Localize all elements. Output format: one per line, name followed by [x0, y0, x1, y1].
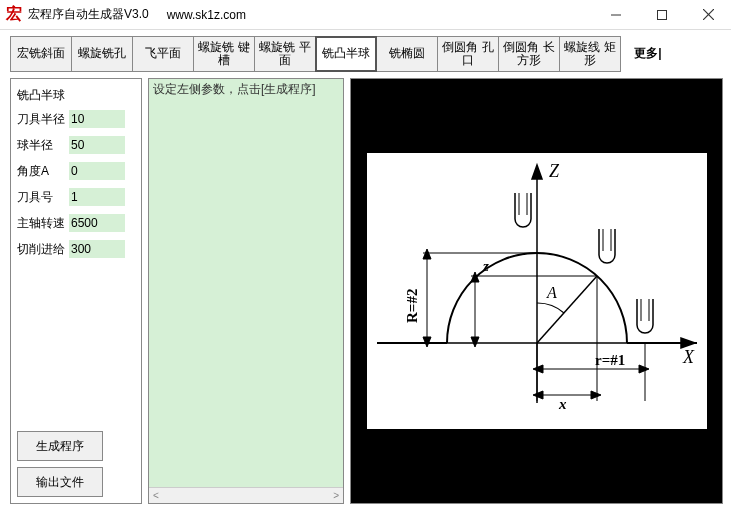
- window-url: www.sk1z.com: [167, 8, 246, 22]
- tab-luoxuanxikong[interactable]: 螺旋铣孔: [71, 36, 133, 72]
- app-icon: 宏: [0, 4, 28, 25]
- label-sphere-radius: 球半径: [17, 137, 69, 154]
- r-small-label: r=#1: [595, 352, 625, 368]
- close-button[interactable]: [685, 0, 731, 30]
- r-big-label: R=#2: [404, 289, 420, 323]
- code-panel: 设定左侧参数，点击[生成程序] < >: [148, 78, 344, 504]
- generate-button[interactable]: 生成程序: [17, 431, 103, 461]
- input-tool-number[interactable]: [69, 188, 125, 206]
- scroll-right-icon[interactable]: >: [329, 490, 343, 501]
- input-angle-a[interactable]: [69, 162, 125, 180]
- label-tool-number: 刀具号: [17, 189, 69, 206]
- diagram-panel: Z X A: [350, 78, 723, 504]
- input-spindle-speed[interactable]: [69, 214, 125, 232]
- maximize-button[interactable]: [639, 0, 685, 30]
- angle-a-label: A: [546, 284, 557, 301]
- parameter-panel: 铣凸半球 刀具半径 球半径 角度A 刀具号 主轴转速 切削进给 生成程序 输出文…: [10, 78, 142, 504]
- code-editor[interactable]: 设定左侧参数，点击[生成程序]: [149, 79, 343, 487]
- toolbar: 宏铣斜面 螺旋铣孔 飞平面 螺旋铣 键槽 螺旋铣 平面 铣凸半球 铣椭圆 倒圆角…: [0, 30, 731, 72]
- output-button[interactable]: 输出文件: [17, 467, 103, 497]
- z-axis-label: Z: [549, 161, 560, 181]
- input-sphere-radius[interactable]: [69, 136, 125, 154]
- tab-daoyuanjiao-changfangxing[interactable]: 倒圆角 长方形: [498, 36, 560, 72]
- tab-daoyuanjiao-kongkou[interactable]: 倒圆角 孔口: [437, 36, 499, 72]
- input-feed-rate[interactable]: [69, 240, 125, 258]
- panel-title: 铣凸半球: [17, 87, 135, 104]
- x-axis-label: X: [682, 347, 695, 367]
- x-dim-label: x: [558, 396, 567, 412]
- tab-xituoyuan[interactable]: 铣椭圆: [376, 36, 438, 72]
- tab-feipingmian[interactable]: 飞平面: [132, 36, 194, 72]
- label-spindle-speed: 主轴转速: [17, 215, 69, 232]
- z-dim-label: z: [482, 258, 489, 274]
- title-bar: 宏 宏程序自动生成器V3.0 www.sk1z.com: [0, 0, 731, 30]
- tab-xiexiemian[interactable]: 宏铣斜面: [10, 36, 72, 72]
- minimize-button[interactable]: [593, 0, 639, 30]
- tab-more[interactable]: 更多|: [620, 36, 676, 72]
- label-feed-rate: 切削进给: [17, 241, 69, 258]
- tab-luoxuanxi-pingmian[interactable]: 螺旋铣 平面: [254, 36, 316, 72]
- main-area: 铣凸半球 刀具半径 球半径 角度A 刀具号 主轴转速 切削进给 生成程序 输出文…: [0, 72, 731, 512]
- tab-luoxuanxian-juxing[interactable]: 螺旋线 矩形: [559, 36, 621, 72]
- label-tool-radius: 刀具半径: [17, 111, 69, 128]
- svg-rect-1: [658, 10, 667, 19]
- tab-xitubanqiu[interactable]: 铣凸半球: [315, 36, 377, 72]
- horizontal-scrollbar[interactable]: < >: [149, 487, 343, 503]
- scroll-left-icon[interactable]: <: [149, 490, 163, 501]
- input-tool-radius[interactable]: [69, 110, 125, 128]
- window-title: 宏程序自动生成器V3.0: [28, 6, 149, 23]
- diagram-svg: Z X A: [367, 153, 707, 429]
- tab-luoxuanxi-jiancao[interactable]: 螺旋铣 键槽: [193, 36, 255, 72]
- label-angle-a: 角度A: [17, 163, 69, 180]
